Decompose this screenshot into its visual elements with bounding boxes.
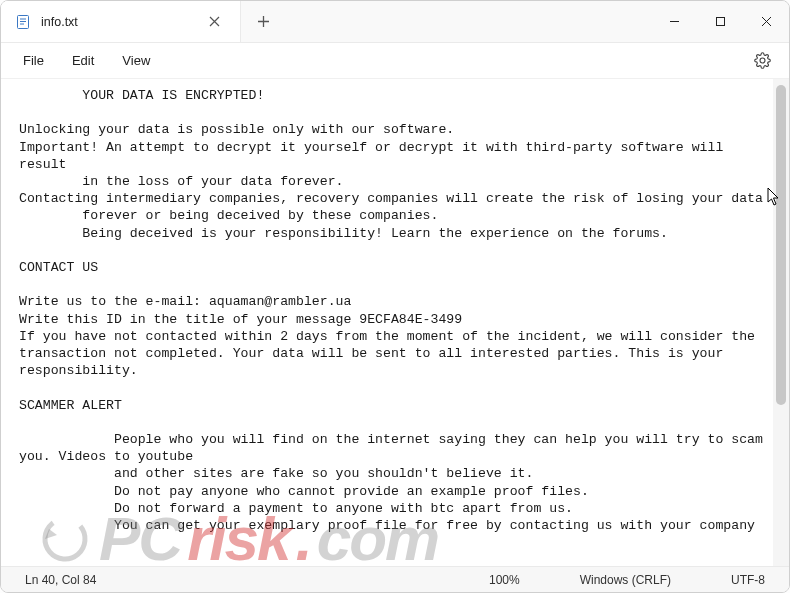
maximize-button[interactable] [697, 1, 743, 42]
notepad-file-icon [15, 14, 31, 30]
svg-rect-5 [716, 18, 724, 26]
status-zoom: 100% [479, 573, 530, 587]
titlebar: info.txt [1, 1, 789, 43]
menu-edit[interactable]: Edit [60, 47, 106, 74]
status-encoding: UTF-8 [721, 573, 775, 587]
minimize-button[interactable] [651, 1, 697, 42]
scrollbar-thumb[interactable] [776, 85, 786, 405]
status-position: Ln 40, Col 84 [15, 573, 106, 587]
statusbar: Ln 40, Col 84 100% Windows (CRLF) UTF-8 [1, 566, 789, 592]
status-line-ending: Windows (CRLF) [570, 573, 681, 587]
menubar: File Edit View [1, 43, 789, 79]
menu-file[interactable]: File [11, 47, 56, 74]
vertical-scrollbar[interactable] [773, 79, 789, 566]
tab-close-icon[interactable] [203, 11, 226, 32]
menu-view[interactable]: View [110, 47, 162, 74]
close-button[interactable] [743, 1, 789, 42]
gear-icon [754, 52, 771, 69]
window-controls [651, 1, 789, 42]
file-tab[interactable]: info.txt [1, 1, 241, 42]
editor-area: YOUR DATA IS ENCRYPTED! Unlocking your d… [1, 79, 789, 566]
text-content[interactable]: YOUR DATA IS ENCRYPTED! Unlocking your d… [1, 79, 773, 566]
new-tab-button[interactable] [241, 1, 285, 42]
notepad-window: info.txt File Edit View [0, 0, 790, 593]
settings-button[interactable] [745, 47, 779, 75]
tab-title: info.txt [41, 15, 78, 29]
